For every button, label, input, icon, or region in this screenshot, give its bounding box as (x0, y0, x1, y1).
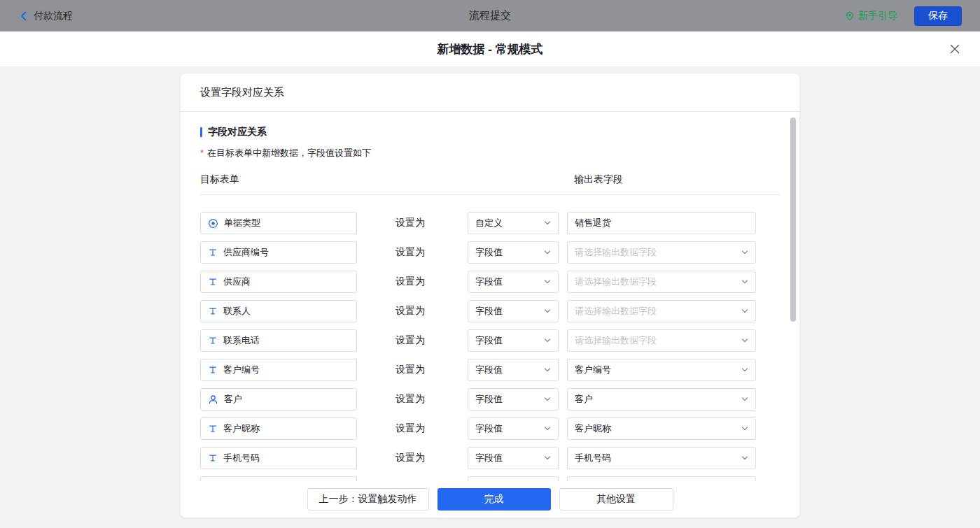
target-field-box[interactable]: 联系电话 (200, 329, 357, 352)
output-field-value: 手机号码 (575, 452, 611, 464)
target-field-box[interactable]: 客户 (200, 388, 357, 411)
target-field-box[interactable]: 客户编号 (200, 359, 357, 381)
chevron-down-icon (741, 396, 748, 403)
output-field-select[interactable]: 客户编号 (567, 359, 756, 381)
required-asterisk: * (200, 148, 204, 158)
output-field-value: 客户编号 (575, 364, 611, 376)
save-button[interactable]: 保存 (914, 6, 962, 26)
mode-select-value: 字段值 (475, 364, 503, 376)
target-field-box[interactable]: 供应商编号 (200, 241, 357, 264)
text-icon (208, 306, 218, 316)
output-field-select[interactable]: 请选择输出数据字段 (567, 300, 756, 322)
output-fields-column-label: 输出表字段 (567, 173, 623, 186)
target-field-label: 手机号码 (223, 452, 260, 464)
output-field-value: 请选择输出数据字段 (575, 276, 657, 288)
output-field-select[interactable]: 请选择输出数据字段 (567, 329, 756, 352)
field-row: 手机号码设置为字段值手机号码 (200, 447, 780, 469)
output-field-select[interactable]: 客户昵称 (567, 418, 756, 440)
chevron-down-icon (544, 337, 551, 344)
back-button[interactable]: 付款流程 (18, 10, 73, 22)
set-to-label: 设置为 (396, 452, 468, 464)
output-field-select[interactable]: 手机号码 (567, 447, 756, 469)
mode-select[interactable]: 字段值 (468, 359, 559, 381)
target-field-label: 单据类型 (224, 217, 260, 229)
beginner-guide-label: 新手引导 (858, 10, 897, 22)
target-field-box[interactable]: 联系人 (200, 300, 357, 322)
text-icon (208, 336, 218, 345)
output-field-select[interactable]: 请选择输出数据字段 (567, 241, 756, 264)
topbar: 付款流程 流程提交 新手引导 保存 (0, 0, 980, 31)
modal-content: 设置字段对应关系 字段对应关系 *在目标表单中新增数据，字段值设置如下 目标表单… (0, 66, 980, 528)
output-field-select[interactable]: 客户 (567, 388, 756, 411)
chevron-down-icon (741, 337, 748, 344)
mode-select[interactable]: 字段值 (468, 241, 559, 264)
field-row: 供应商编号设置为字段值请选择输出数据字段 (200, 241, 780, 264)
mode-select-value: 字段值 (475, 393, 503, 406)
modal-title: 新增数据 - 常规模式 (437, 41, 542, 57)
mode-select[interactable]: 字段值 (468, 329, 559, 352)
columns-header: 目标表单 输出表字段 (200, 173, 780, 195)
output-field-value: 请选择输出数据字段 (575, 305, 657, 317)
field-row: 客户编号设置为字段值客户编号 (200, 359, 780, 381)
mode-select-value: 字段值 (475, 276, 503, 288)
back-label[interactable]: 付款流程 (34, 10, 73, 22)
mode-select[interactable]: 字段值 (468, 388, 559, 411)
set-to-label: 设置为 (396, 276, 468, 288)
target-field-box[interactable]: 手机号码 (200, 447, 357, 469)
mode-select[interactable]: 字段值 (468, 271, 559, 293)
location-pin-icon (845, 11, 855, 21)
target-field-box[interactable]: 单据类型 (200, 212, 357, 234)
chevron-down-icon (741, 308, 748, 315)
scrollbar-thumb[interactable] (790, 117, 796, 322)
set-to-label: 设置为 (396, 422, 468, 435)
close-icon[interactable] (949, 43, 960, 55)
target-field-box[interactable]: 客户昵称 (200, 418, 357, 440)
target-field-box[interactable]: 供应商 (200, 271, 357, 293)
output-value-input[interactable]: 销售退货 (567, 212, 756, 234)
target-field-label: 供应商编号 (223, 246, 269, 259)
set-to-label: 设置为 (396, 217, 468, 229)
target-form-column-label: 目标表单 (200, 173, 567, 186)
text-icon (208, 453, 218, 463)
set-to-label: 设置为 (396, 364, 468, 376)
target-field-label: 客户昵称 (223, 422, 260, 435)
target-field-label: 联系电话 (223, 334, 260, 347)
set-to-label: 设置为 (396, 305, 468, 317)
mode-select[interactable]: 自定义 (468, 212, 559, 234)
chevron-down-icon (544, 425, 551, 432)
done-button[interactable]: 完成 (438, 488, 551, 511)
chevron-down-icon (544, 278, 551, 285)
target-field-label: 联系人 (223, 305, 251, 317)
output-field-value: 客户 (575, 393, 593, 406)
field-row: 客户设置为字段值客户 (200, 388, 780, 411)
other-settings-button[interactable]: 其他设置 (559, 488, 673, 511)
mapping-note-text: 在目标表单中新增数据，字段值设置如下 (207, 148, 371, 158)
section-title: 字段对应关系 (200, 126, 780, 138)
text-icon (208, 248, 218, 257)
field-row: 单据类型设置为自定义销售退货 (200, 212, 780, 234)
card-body: 字段对应关系 *在目标表单中新增数据，字段值设置如下 目标表单 输出表字段 单据… (181, 112, 799, 518)
beginner-guide-link[interactable]: 新手引导 (845, 10, 897, 22)
output-field-value: 请选择输出数据字段 (575, 246, 657, 259)
field-row: 联系人设置为字段值请选择输出数据字段 (200, 300, 780, 322)
chevron-down-icon (544, 455, 551, 462)
text-icon (208, 424, 218, 434)
chevron-down-icon (741, 455, 748, 462)
page-title: 流程提交 (469, 9, 511, 22)
chevron-down-icon (544, 366, 551, 373)
mode-select-value: 字段值 (475, 246, 503, 259)
mode-select[interactable]: 字段值 (468, 418, 559, 440)
mapping-note: *在目标表单中新增数据，字段值设置如下 (200, 147, 780, 159)
output-field-value: 请选择输出数据字段 (575, 334, 657, 347)
mode-select-value: 字段值 (475, 305, 503, 317)
output-field-select[interactable]: 请选择输出数据字段 (567, 271, 756, 293)
previous-step-button[interactable]: 上一步：设置触发动作 (307, 488, 429, 511)
set-to-label: 设置为 (396, 334, 468, 347)
mode-select-value: 字段值 (475, 422, 503, 435)
field-row: 联系电话设置为字段值请选择输出数据字段 (200, 329, 780, 352)
modal-header: 新增数据 - 常规模式 (0, 31, 980, 66)
section-title-label: 字段对应关系 (208, 126, 267, 138)
set-to-label: 设置为 (396, 393, 468, 406)
mode-select[interactable]: 字段值 (468, 447, 559, 469)
mode-select[interactable]: 字段值 (468, 300, 559, 322)
